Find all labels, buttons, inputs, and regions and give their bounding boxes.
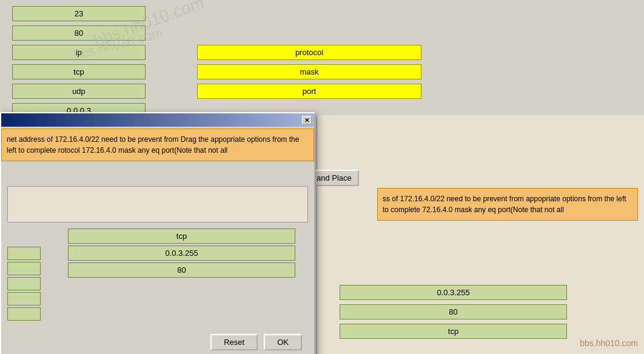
modal-titlebar: ✕ [1, 113, 314, 127]
modal-left-box-5 [7, 307, 41, 321]
rp-item-addr: 0.0.3.255 [340, 285, 567, 300]
modal-dialog: ✕ net address of 172.16.4.0/22 need to b… [0, 112, 315, 354]
and-place-button[interactable]: and Place [309, 170, 359, 186]
reset-button[interactable]: Reset [210, 334, 258, 350]
yellow-mask: mask [197, 64, 421, 79]
modal-dropzone[interactable] [7, 186, 308, 222]
rp-item-port: 80 [340, 304, 567, 319]
modal-answer-area: tcp 0.0.3.255 80 [68, 229, 302, 279]
modal-buttons: Reset OK [210, 334, 302, 350]
modal-answer-mask: 0.0.3.255 [68, 245, 295, 261]
yellow-port: port [197, 84, 421, 99]
modal-left-box-3 [7, 277, 41, 290]
rp-item-tcp: tcp [340, 324, 567, 339]
item-23: 23 [12, 6, 146, 21]
modal-left-box-4 [7, 292, 41, 306]
yellow-protocol: protocol [197, 45, 421, 60]
item-tcp: tcp [12, 64, 146, 79]
modal-left-box-2 [7, 262, 41, 275]
right-orange-info: ss of 172.16.4.0/22 need to be prevent f… [377, 188, 638, 221]
modal-left-items [7, 247, 41, 322]
ok-button[interactable]: OK [264, 334, 302, 350]
item-ip: ip [12, 45, 146, 60]
item-80: 80 [12, 25, 146, 41]
logo-watermark: bbs.hh010.com [580, 338, 638, 348]
modal-answer-tcp: tcp [68, 229, 295, 244]
modal-orange-info: net address of 172.16.4.0/22 need to be … [1, 129, 314, 161]
modal-answer-port: 80 [68, 262, 295, 278]
modal-close-button[interactable]: ✕ [302, 116, 312, 124]
modal-left-box-1 [7, 247, 41, 260]
item-udp: udp [12, 84, 146, 99]
